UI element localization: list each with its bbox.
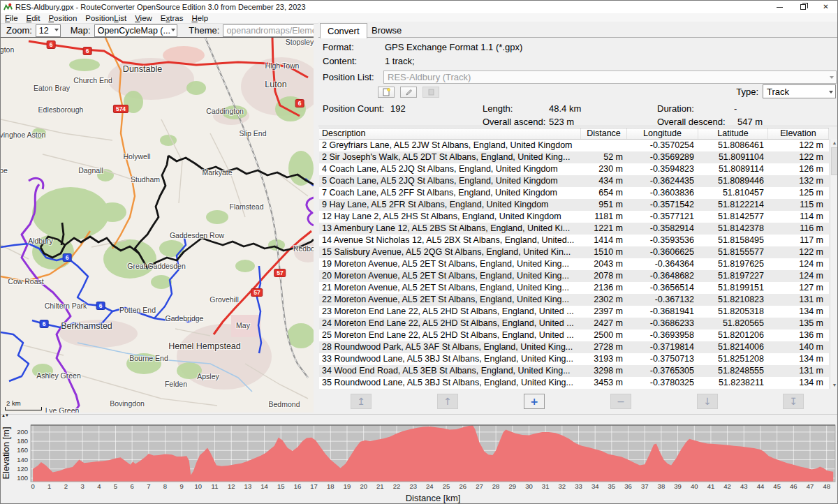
cell-elevation: 126 m xyxy=(768,163,829,175)
cell-elevation: 135 m xyxy=(768,318,829,329)
move-to-top-button[interactable]: ↥ xyxy=(351,394,372,409)
table-row[interactable]: 2 Greyfriars Lane, AL5 2JW St Albans, En… xyxy=(319,140,829,151)
menu-item-help[interactable]: Help xyxy=(187,14,212,22)
scrollbar-thumb[interactable] xyxy=(831,147,838,175)
column-header-longitude[interactable]: Longitude xyxy=(627,128,698,139)
table-scrollbar[interactable]: ▲ ▼ xyxy=(830,139,838,389)
tab-browse[interactable]: Browse xyxy=(365,23,409,38)
splitter-toggle-icon[interactable]: ▲▼ xyxy=(1,413,8,417)
cell-latitude: 51.8086461 xyxy=(698,140,768,151)
cell-latitude: 51.8158495 xyxy=(698,235,768,246)
svg-text:20: 20 xyxy=(360,482,367,490)
svg-text:36: 36 xyxy=(624,482,632,490)
cell-description: 24 Moreton End Lane 22, AL5 2HD St Alban… xyxy=(319,318,581,329)
menu-item-edit[interactable]: Edit xyxy=(22,14,45,22)
cell-distance: 52 m xyxy=(581,151,627,163)
map-select[interactable]: OpenCycleMap (... xyxy=(94,24,178,37)
svg-text:24: 24 xyxy=(426,482,434,490)
menu-item-view[interactable]: View xyxy=(131,14,156,22)
maximize-button[interactable] xyxy=(791,1,814,13)
svg-text:4: 4 xyxy=(97,482,101,490)
table-row[interactable]: 14 Avenue St Nicholas 12, AL5 2BX St Alb… xyxy=(319,235,829,246)
scroll-down-icon[interactable]: ▼ xyxy=(830,381,838,389)
elevation-profile-panel: ▲▼ 0123456789101112131415161718192021222… xyxy=(1,414,838,504)
menu-item-position[interactable]: Position xyxy=(44,14,81,22)
table-row[interactable]: 34 Wood End Road, AL5 3EB St Albans, Eng… xyxy=(319,365,829,377)
content-label: Content: xyxy=(323,56,357,66)
cell-distance: 2302 m xyxy=(581,294,627,306)
table-row[interactable]: 28 Roundwood Park, AL5 3AF St Albans, En… xyxy=(319,341,829,353)
cell-elevation: 140 m xyxy=(768,341,829,353)
cell-distance: 2043 m xyxy=(581,258,627,270)
cell-latitude: 51.8197227 xyxy=(698,270,768,282)
table-row[interactable]: 9 Hay Lane, AL5 2FR St Albans, England, … xyxy=(319,199,829,211)
table-row[interactable]: 4 Coach Lane, AL5 2JQ St Albans, England… xyxy=(319,163,829,175)
table-row[interactable]: 15 Salisbury Avenue, AL5 2QG St Albans, … xyxy=(319,246,829,258)
vertical-splitter[interactable] xyxy=(314,24,318,413)
table-row[interactable]: 5 Coach Lane, AL5 2JQ St Albans, England… xyxy=(319,175,829,187)
town-label: Ivinghoe xyxy=(1,166,8,175)
minimize-button[interactable] xyxy=(768,1,791,13)
theme-select[interactable]: openandromaps/Eleme xyxy=(223,24,318,37)
table-row[interactable]: 25 Moreton End Lane 22, AL5 2HD St Alban… xyxy=(319,329,829,341)
add-position-button[interactable]: + xyxy=(524,394,545,409)
rename-positionlist-button[interactable] xyxy=(400,87,417,98)
format-label: Format: xyxy=(323,42,354,52)
close-button[interactable]: ✕ xyxy=(814,1,837,13)
scroll-up-icon[interactable]: ▲ xyxy=(830,139,838,147)
menu-item-positionlist[interactable]: PositionList xyxy=(81,14,131,22)
cell-description: 23 Moreton End Lane 22, AL5 2HD St Alban… xyxy=(319,306,581,318)
cell-latitude: 51.8142577 xyxy=(698,211,768,223)
svg-text:15: 15 xyxy=(277,482,285,490)
column-header-distance[interactable]: Distance xyxy=(581,128,627,139)
town-label: Stopsley xyxy=(286,38,314,46)
table-row[interactable]: 20 Moreton Avenue, AL5 2ET St Albans, En… xyxy=(319,270,829,282)
cell-elevation: 122 m xyxy=(768,140,829,151)
cell-elevation: 116 m xyxy=(768,223,829,235)
tab-convert[interactable]: Convert xyxy=(320,23,367,38)
table-row[interactable]: 7 Coach Lane, AL5 2FF St Albans, England… xyxy=(319,187,829,199)
remove-position-button[interactable]: − xyxy=(610,394,631,409)
town-label: Eaton Bray xyxy=(34,84,70,92)
svg-text:17: 17 xyxy=(310,482,318,490)
table-row[interactable]: 35 Roundwood Lane, AL5 3BJ St Albans, En… xyxy=(319,377,829,389)
table-row[interactable]: 12 Hay Lane 2, AL5 2HS St Albans, Englan… xyxy=(319,211,829,223)
menu-item-extras[interactable]: Extras xyxy=(156,14,188,22)
column-header-description[interactable]: Description xyxy=(319,128,581,139)
table-header[interactable]: DescriptionDistanceLongitudeLatitudeElev… xyxy=(319,128,829,140)
move-up-button[interactable]: ↑ xyxy=(437,394,458,409)
town-label: Aldbury xyxy=(28,237,53,245)
duration-value: - xyxy=(734,103,737,114)
table-row[interactable]: 21 Moreton Avenue, AL5 2ET St Albans, En… xyxy=(319,282,829,294)
move-to-bottom-button[interactable]: ↧ xyxy=(783,394,804,409)
town-label: Markyate xyxy=(202,168,232,177)
delete-positionlist-button[interactable] xyxy=(422,87,439,98)
table-row[interactable]: 23 Moreton End Lane 22, AL5 2HD St Alban… xyxy=(319,306,829,318)
svg-text:30: 30 xyxy=(525,482,533,490)
position-list-select[interactable]: RES-Aldbury (Track) xyxy=(383,71,837,84)
svg-text:33: 33 xyxy=(575,482,582,490)
table-row[interactable]: 19 Moreton Avenue, AL5 2ET St Albans, En… xyxy=(319,258,829,270)
x-axis-label: Distance [km] xyxy=(406,493,461,503)
column-header-elevation[interactable]: Elevation xyxy=(768,128,829,139)
move-down-button[interactable]: ↓ xyxy=(697,394,718,409)
town-label: Hemel Hempstead xyxy=(168,341,241,351)
town-label: Ashley Green xyxy=(36,371,81,380)
cell-latitude: 51.8238211 xyxy=(698,377,768,389)
table-row[interactable]: 33 Roundwood Lane, AL5 3BJ St Albans, En… xyxy=(319,353,829,365)
table-row[interactable]: 13 Amenbury Lane 12, AL5 2BS St Albans, … xyxy=(319,223,829,235)
column-header-latitude[interactable]: Latitude xyxy=(698,128,768,139)
cell-longitude: -0.3577121 xyxy=(627,211,698,223)
type-select[interactable]: Track xyxy=(763,84,836,98)
table-row[interactable]: 24 Moreton End Lane 22, AL5 2HD St Alban… xyxy=(319,318,829,329)
zoom-select[interactable]: 12 xyxy=(36,24,61,37)
map-view[interactable]: StopsleyBillingtonDunstableChurch EndHig… xyxy=(1,38,314,413)
table-row[interactable]: 22 Moreton Avenue, AL5 2ET St Albans, En… xyxy=(319,294,829,306)
theme-value: openandromaps/Eleme xyxy=(226,26,316,36)
cell-distance: 2500 m xyxy=(581,329,627,341)
maximize-icon xyxy=(800,4,806,10)
table-row[interactable]: 2 Sir Joseph's Walk, AL5 2DT St Albans, … xyxy=(319,151,829,163)
new-positionlist-button[interactable] xyxy=(378,87,395,98)
route-shield-blue: 6 xyxy=(40,320,49,328)
menu-item-file[interactable]: File xyxy=(1,14,22,22)
